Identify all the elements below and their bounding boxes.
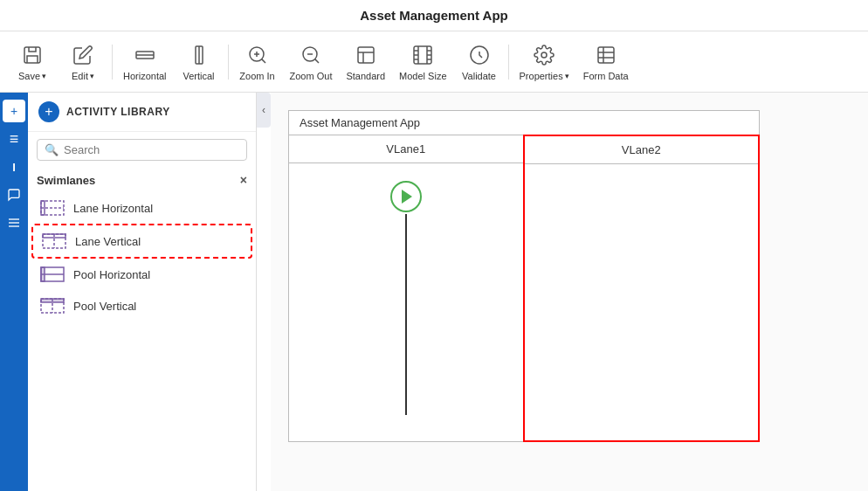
- zoom-in-icon: [245, 43, 270, 67]
- validate-button[interactable]: Validate: [456, 39, 503, 85]
- sidebar-list-icon[interactable]: ≡: [3, 128, 25, 150]
- swimlanes-label: Swimlanes: [37, 174, 95, 187]
- vlane1: VLane1: [289, 135, 524, 441]
- edit-icon: [71, 43, 95, 67]
- sep2: [228, 45, 229, 80]
- edit-chevron: ▾: [90, 72, 94, 80]
- properties-chevron: ▾: [565, 72, 569, 80]
- search-box[interactable]: 🔍: [37, 139, 247, 161]
- horizontal-label: Horizontal: [123, 71, 167, 81]
- pool-horizontal-icon: [40, 266, 65, 283]
- search-icon: 🔍: [45, 143, 59, 156]
- horizontal-button[interactable]: Horizontal: [118, 39, 172, 85]
- vertical-button[interactable]: Vertical: [176, 39, 223, 85]
- icon-sidebar: + ≡ I: [0, 93, 28, 491]
- activity-header: + ACTIVITY LIBRARY: [28, 93, 256, 132]
- edit-label: Edit ▾: [72, 71, 94, 81]
- save-label: Save ▾: [18, 71, 46, 81]
- save-button[interactable]: Save ▾: [9, 39, 56, 85]
- svg-line-6: [261, 59, 265, 62]
- form-data-icon: [594, 43, 618, 67]
- add-activity-button[interactable]: +: [38, 101, 59, 122]
- zoom-out-label: Zoom Out: [290, 71, 333, 81]
- standard-button[interactable]: Standard: [341, 39, 390, 85]
- standard-icon: [354, 43, 378, 67]
- svg-rect-30: [41, 299, 64, 302]
- svg-line-10: [315, 59, 319, 62]
- sidebar-chat-icon[interactable]: [3, 183, 25, 206]
- vlane1-body[interactable]: [289, 163, 523, 441]
- svg-rect-12: [358, 47, 374, 63]
- pool-vertical-item[interactable]: Pool Vertical: [31, 290, 252, 322]
- properties-label: Properties ▾: [520, 71, 569, 81]
- form-data-button[interactable]: Form Data: [578, 39, 634, 85]
- main-layout: + ≡ I + ACTIVITY LIBRARY 🔍 Swimlanes ×: [0, 93, 868, 491]
- vlane2: VLane2: [523, 135, 761, 442]
- svg-point-14: [541, 52, 547, 58]
- title-bar: Asset Management App: [0, 0, 868, 31]
- sidebar-align-icon[interactable]: [3, 211, 25, 234]
- app-title: Asset Management App: [360, 8, 507, 23]
- sep3: [508, 45, 509, 80]
- lane-horizontal-item[interactable]: Lane Horizontal: [31, 192, 252, 224]
- pool-horizontal-item[interactable]: Pool Horizontal: [31, 259, 252, 290]
- pool-horizontal-label: Pool Horizontal: [73, 268, 150, 281]
- form-data-label: Form Data: [583, 71, 629, 81]
- sidebar-add-icon[interactable]: +: [3, 100, 25, 122]
- vlane2-header: VLane2: [525, 136, 759, 164]
- canvas-area[interactable]: Asset Management App VLane1 VLane2: [271, 93, 868, 491]
- model-size-label: Model Size: [399, 71, 446, 81]
- start-node[interactable]: [390, 181, 422, 212]
- collapse-panel-button[interactable]: ‹: [257, 93, 271, 128]
- pool-vertical-icon: [40, 297, 65, 315]
- vlane2-body[interactable]: [525, 164, 759, 440]
- lane-horizontal-icon: [40, 199, 65, 217]
- lane-list: Lane Horizontal Lane Vertical: [28, 192, 256, 322]
- flow-line: [405, 214, 407, 415]
- lane-vertical-item[interactable]: Lane Vertical: [31, 224, 252, 259]
- pool-vertical-label: Pool Vertical: [73, 300, 136, 313]
- horizontal-icon: [133, 43, 157, 67]
- properties-icon: [532, 43, 556, 67]
- validate-label: Validate: [462, 71, 496, 81]
- vertical-label: Vertical: [183, 71, 214, 81]
- standard-label: Standard: [346, 71, 385, 81]
- vertical-icon: [187, 43, 211, 67]
- svg-rect-27: [41, 267, 45, 281]
- model-size-icon: [410, 43, 435, 67]
- toolbar: Save ▾ Edit ▾ Horizontal Vertical: [0, 31, 868, 93]
- sidebar-tag-icon[interactable]: I: [3, 156, 25, 178]
- lane-horizontal-label: Lane Horizontal: [73, 202, 153, 215]
- lane-vertical-label: Lane Vertical: [75, 235, 141, 248]
- lane-vertical-icon: [42, 232, 66, 250]
- properties-button[interactable]: Properties ▾: [514, 39, 575, 85]
- save-chevron: ▾: [42, 72, 46, 80]
- activity-library-title: ACTIVITY LIBRARY: [66, 106, 170, 118]
- validate-icon: [467, 43, 492, 67]
- diagram-title: Asset Management App: [289, 111, 759, 135]
- diagram-container: Asset Management App VLane1 VLane2: [288, 110, 760, 442]
- diagram-lanes: VLane1 VLane2: [289, 135, 759, 441]
- swimlanes-close-button[interactable]: ×: [240, 173, 247, 187]
- swimlanes-header: Swimlanes ×: [28, 168, 256, 192]
- sep1: [112, 45, 113, 80]
- zoom-out-icon: [299, 43, 323, 67]
- zoom-in-label: Zoom In: [239, 71, 274, 81]
- vlane1-header: VLane1: [289, 135, 523, 163]
- model-size-button[interactable]: Model Size: [394, 39, 451, 85]
- edit-button[interactable]: Edit ▾: [59, 39, 107, 85]
- svg-rect-15: [598, 47, 614, 63]
- activity-panel: + ACTIVITY LIBRARY 🔍 Swimlanes ×: [28, 93, 257, 491]
- search-input[interactable]: [64, 143, 239, 156]
- zoom-out-button[interactable]: Zoom Out: [285, 39, 338, 85]
- save-icon: [20, 43, 45, 67]
- zoom-in-button[interactable]: Zoom In: [234, 39, 281, 85]
